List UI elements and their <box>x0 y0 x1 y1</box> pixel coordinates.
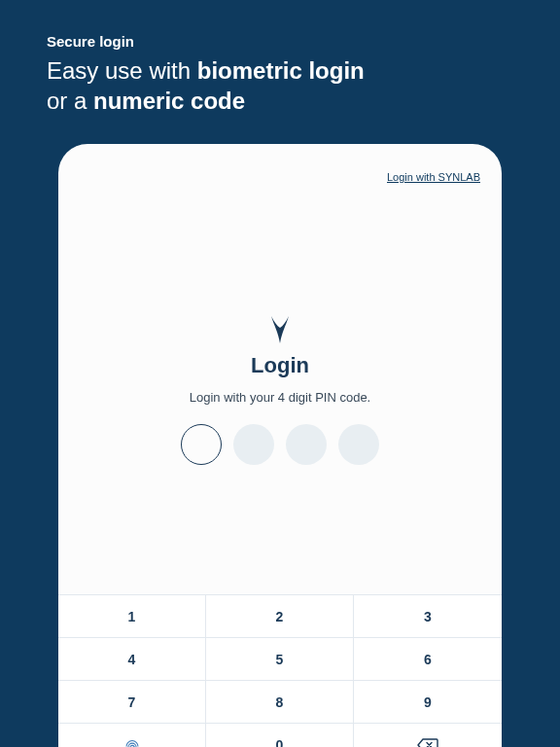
headline-bold2: numeric code <box>93 88 245 114</box>
login-title: Login <box>58 353 502 378</box>
key-2[interactable]: 2 <box>206 595 354 638</box>
key-4[interactable]: 4 <box>58 638 206 681</box>
key-5[interactable]: 5 <box>206 638 354 681</box>
key-0[interactable]: 0 <box>206 724 354 747</box>
fingerprint-icon <box>123 736 141 748</box>
pin-dot-2 <box>233 424 274 465</box>
key-3[interactable]: 3 <box>354 595 502 638</box>
headline-part1: Easy use with <box>47 57 197 84</box>
pin-dot-4 <box>338 424 379 465</box>
headline-bold1: biometric login <box>197 57 365 84</box>
pin-indicator-row <box>58 424 502 465</box>
pin-dot-3 <box>286 424 327 465</box>
login-with-synlab-link[interactable]: Login with SYNLAB <box>387 171 480 183</box>
key-9[interactable]: 9 <box>354 681 502 724</box>
numeric-keypad: 1 2 3 4 5 6 7 8 9 0 <box>58 594 502 747</box>
key-7[interactable]: 7 <box>58 681 206 724</box>
headline-part2: or a <box>47 88 93 114</box>
key-6[interactable]: 6 <box>354 638 502 681</box>
key-backspace[interactable] <box>354 724 502 747</box>
key-biometric[interactable] <box>58 724 206 747</box>
key-8[interactable]: 8 <box>206 681 354 724</box>
backspace-icon <box>417 738 438 748</box>
app-logo-icon <box>267 314 293 345</box>
header-kicker: Secure login <box>47 33 513 50</box>
key-1[interactable]: 1 <box>58 595 206 638</box>
phone-frame: Login with SYNLAB Login Login with your … <box>58 144 502 747</box>
login-subtitle: Login with your 4 digit PIN code. <box>58 390 502 405</box>
pin-dot-1 <box>181 424 222 465</box>
header-headline: Easy use with biometric login or a numer… <box>47 55 513 116</box>
